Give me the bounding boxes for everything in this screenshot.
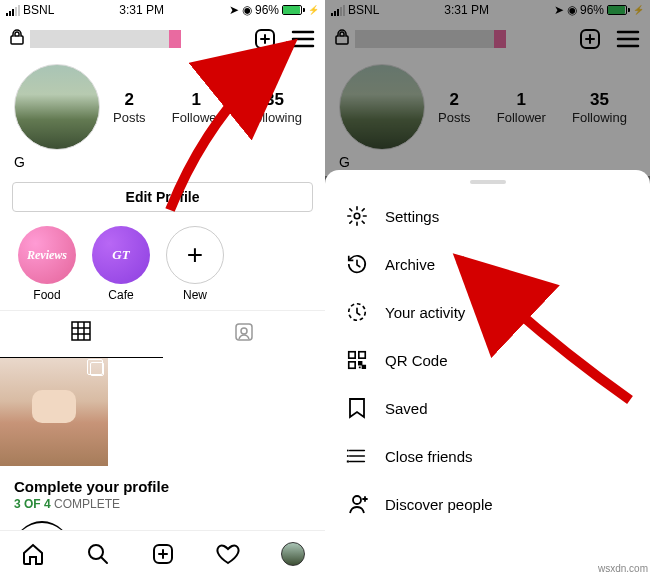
phone-left-profile: BSNL 3:31 PM ➤ ◉ 96% ⚡ (0, 0, 325, 576)
nav-home[interactable] (21, 542, 45, 566)
profile-tabs (0, 310, 325, 358)
stat-followers[interactable]: 1 Follower (172, 90, 221, 125)
activity-icon (345, 300, 369, 324)
highlight-new[interactable]: + New (166, 226, 224, 302)
highlight-cafe[interactable]: GT Cafe (92, 226, 150, 302)
bottom-nav (0, 530, 325, 576)
carrier-label: BSNL (23, 3, 54, 17)
highlight-food[interactable]: Reviews Food (18, 226, 76, 302)
menu-item-label: Close friends (385, 448, 473, 465)
menu-item-activity[interactable]: Your activity (325, 288, 650, 336)
stat-following[interactable]: 35 Following (247, 90, 302, 125)
menu-item-discover[interactable]: Discover people (325, 480, 650, 528)
discover-people-icon (345, 492, 369, 516)
nav-avatar-icon (281, 542, 305, 566)
lock-icon[interactable] (10, 29, 24, 49)
battery-ring-icon: ◉ (242, 3, 252, 17)
svg-rect-9 (359, 352, 365, 358)
svg-point-12 (353, 496, 361, 504)
complete-profile-progress: 3 OF 4 COMPLETE (14, 497, 311, 511)
close-friends-icon (345, 444, 369, 468)
profile-header-row: 2 Posts 1 Follower 35 Following (0, 58, 325, 150)
location-icon: ➤ (229, 3, 239, 17)
watermark: wsxdn.com (598, 563, 648, 574)
carousel-icon (90, 362, 104, 376)
charging-bolt-icon: ⚡ (308, 5, 319, 15)
phone-right-menu-sheet: BSNL 3:31 PM ➤ ◉ 96% ⚡ (325, 0, 650, 576)
status-bar: BSNL 3:31 PM ➤ ◉ 96% ⚡ (0, 0, 325, 20)
settings-icon (345, 204, 369, 228)
saved-icon (345, 396, 369, 420)
battery-pct: 96% (255, 3, 279, 17)
qrcode-icon (345, 348, 369, 372)
nav-create[interactable] (151, 542, 175, 566)
nav-search[interactable] (86, 542, 110, 566)
nav-activity[interactable] (216, 542, 240, 566)
svg-rect-8 (349, 352, 355, 358)
menu-item-label: Your activity (385, 304, 465, 321)
menu-item-label: Archive (385, 256, 435, 273)
complete-profile-section: Complete your profile 3 OF 4 COMPLETE (0, 466, 325, 515)
svg-rect-1 (236, 324, 252, 340)
tab-tagged[interactable] (163, 311, 326, 358)
options-bottom-sheet: Settings Archive Your activity QR Code S… (325, 170, 650, 576)
svg-point-11 (347, 450, 349, 452)
menu-item-settings[interactable]: Settings (325, 192, 650, 240)
post-thumbnail[interactable] (0, 358, 108, 466)
svg-point-2 (241, 328, 247, 334)
username-dropdown[interactable] (30, 30, 175, 48)
status-time: 3:31 PM (119, 3, 164, 17)
battery-icon (282, 5, 305, 15)
archive-icon (345, 252, 369, 276)
profile-avatar[interactable] (14, 64, 100, 150)
posts-grid (0, 358, 325, 466)
sheet-drag-handle[interactable] (470, 180, 506, 184)
tab-grid[interactable] (0, 311, 163, 358)
svg-rect-10 (349, 362, 355, 368)
complete-profile-heading: Complete your profile (14, 478, 311, 495)
hamburger-menu-button[interactable] (291, 29, 315, 49)
story-highlights: Reviews Food GT Cafe + New (0, 218, 325, 310)
menu-item-archive[interactable]: Archive (325, 240, 650, 288)
signal-bars-icon (6, 5, 20, 16)
display-name: G (0, 150, 325, 176)
edit-profile-button[interactable]: Edit Profile (12, 182, 313, 212)
stat-posts[interactable]: 2 Posts (113, 90, 146, 125)
menu-item-label: Settings (385, 208, 439, 225)
menu-item-label: QR Code (385, 352, 448, 369)
profile-topbar (0, 20, 325, 58)
svg-point-6 (354, 213, 360, 219)
create-post-button[interactable] (253, 27, 277, 51)
menu-item-qrcode[interactable]: QR Code (325, 336, 650, 384)
menu-item-label: Saved (385, 400, 428, 417)
menu-item-saved[interactable]: Saved (325, 384, 650, 432)
menu-item-label: Discover people (385, 496, 493, 513)
menu-item-close-friends[interactable]: Close friends (325, 432, 650, 480)
nav-profile[interactable] (281, 542, 305, 566)
